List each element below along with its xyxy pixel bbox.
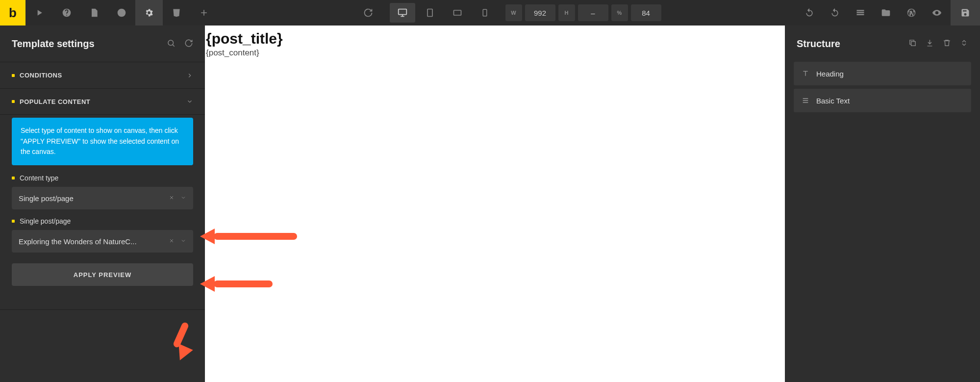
info-box: Select type of content to show on canvas…	[12, 118, 193, 165]
height-label: H	[558, 4, 575, 21]
left-panel: Template settings CONDITIONS POPULATE CO…	[0, 25, 205, 382]
canvas-content[interactable]: {post_content}	[205, 48, 785, 58]
apply-preview-button[interactable]: APPLY PREVIEW	[12, 263, 193, 286]
chevron-down-icon[interactable]	[180, 194, 186, 202]
top-center: W 992 H – % 84	[218, 0, 798, 25]
structure-list: Heading Basic Text	[785, 62, 980, 112]
clear-icon[interactable]	[169, 194, 175, 202]
chevron-down-icon[interactable]	[180, 237, 186, 245]
topbar: b	[0, 0, 980, 25]
collapse-icon[interactable]	[960, 39, 968, 49]
structure-header: Structure	[785, 25, 980, 62]
copy-icon[interactable]	[908, 39, 917, 49]
play-icon[interactable]	[25, 0, 53, 25]
breakpoint-group	[390, 3, 498, 23]
dimension-group: W 992 H – % 84	[505, 4, 661, 21]
structure-title: Structure	[797, 38, 840, 50]
list-icon[interactable]	[849, 0, 872, 25]
bp-tablet-landscape[interactable]	[445, 3, 470, 23]
section-populate[interactable]: POPULATE CONTENT	[0, 88, 205, 115]
svg-rect-0	[398, 9, 406, 15]
css-icon[interactable]	[163, 0, 190, 25]
section-populate-label: POPULATE CONTENT	[12, 98, 90, 105]
reload-icon[interactable]	[354, 0, 382, 25]
bp-tablet-portrait[interactable]	[417, 3, 443, 23]
zoom-input[interactable]: 84	[631, 4, 661, 21]
canvas-title[interactable]: {post_title}	[205, 30, 785, 47]
refresh-icon[interactable]	[184, 39, 193, 49]
content-type-value: Single post/page	[19, 194, 169, 203]
help-icon[interactable]	[53, 0, 80, 25]
download-icon[interactable]	[926, 39, 934, 49]
width-label: W	[505, 4, 522, 21]
preview-icon[interactable]	[925, 0, 949, 25]
chevron-right-icon	[186, 72, 193, 79]
structure-item-heading[interactable]: Heading	[794, 62, 971, 85]
svg-rect-2	[453, 10, 461, 15]
canvas[interactable]: {post_title} {post_content}	[205, 25, 785, 382]
text-icon	[802, 70, 809, 77]
bp-desktop[interactable]	[390, 3, 415, 23]
content-type-select[interactable]: Single post/page	[12, 187, 193, 209]
section-conditions[interactable]: CONDITIONS	[0, 62, 205, 88]
structure-item-label: Basic Text	[816, 97, 850, 105]
single-select[interactable]: Exploring the Wonders of NatureC...	[12, 230, 193, 253]
bp-mobile[interactable]	[472, 3, 498, 23]
svg-rect-3	[483, 9, 487, 16]
svg-rect-5	[911, 42, 916, 46]
content-type-label: Content type	[12, 174, 193, 182]
redo-icon[interactable]	[823, 0, 847, 25]
search-icon[interactable]	[167, 39, 176, 49]
populate-body: Select type of content to show on canvas…	[0, 115, 205, 298]
folder-icon[interactable]	[874, 0, 898, 25]
history-icon[interactable]	[108, 0, 135, 25]
lines-icon	[802, 97, 809, 104]
single-label: Single post/page	[12, 217, 193, 225]
svg-rect-1	[427, 9, 432, 17]
panel-title: Template settings	[12, 38, 95, 50]
section-conditions-label: CONDITIONS	[12, 72, 62, 79]
add-icon[interactable]	[190, 0, 218, 25]
pages-icon[interactable]	[80, 0, 108, 25]
divider	[0, 309, 205, 310]
chevron-down-icon	[186, 98, 193, 105]
right-panel: Structure Heading Basic Text	[785, 25, 980, 382]
single-value: Exploring the Wonders of NatureC...	[19, 237, 169, 246]
trash-icon[interactable]	[943, 39, 951, 49]
structure-item-basic-text[interactable]: Basic Text	[794, 89, 971, 112]
width-input[interactable]: 992	[525, 4, 555, 21]
clear-icon[interactable]	[169, 237, 175, 245]
zoom-label: %	[611, 4, 628, 21]
save-button[interactable]	[951, 0, 980, 25]
svg-point-4	[168, 40, 174, 46]
height-input[interactable]: –	[578, 4, 608, 21]
settings-icon[interactable]	[135, 0, 163, 25]
structure-item-label: Heading	[816, 70, 844, 78]
logo[interactable]: b	[0, 0, 25, 25]
undo-icon[interactable]	[798, 0, 821, 25]
wordpress-icon[interactable]	[900, 0, 923, 25]
panel-header: Template settings	[0, 25, 205, 62]
top-right	[798, 0, 980, 25]
